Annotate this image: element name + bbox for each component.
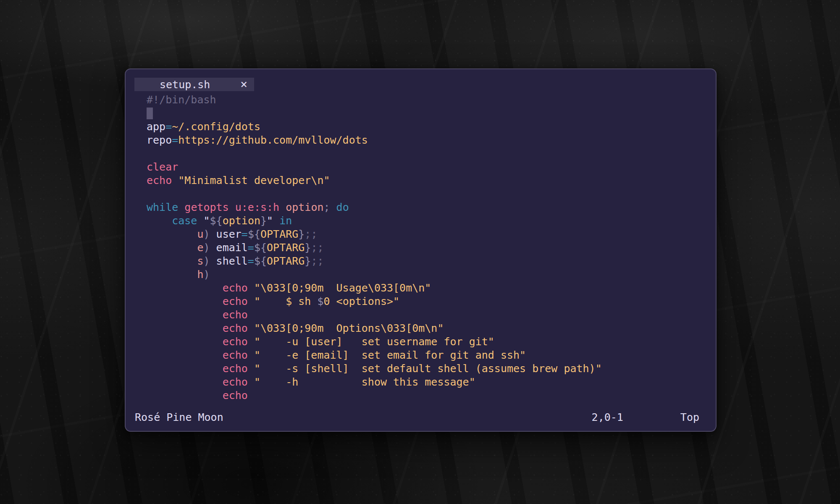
code-line: clear: [147, 160, 716, 174]
code-line: echo " -s [shell] set default shell (ass…: [147, 362, 716, 375]
code-line: echo " $ sh $0 <options>": [147, 295, 716, 308]
cursor: [147, 108, 153, 119]
tab-setup-sh[interactable]: setup.sh ×: [134, 78, 254, 91]
tab-title: setup.sh: [160, 79, 210, 91]
tabline: setup.sh ×: [126, 78, 716, 91]
code-editor[interactable]: #!/bin/bashapp=~/.config/dotsrepo=https:…: [126, 93, 716, 402]
code-line: echo " -u [user] set username for git": [147, 335, 716, 349]
statusline: Rosé Pine Moon 2,0-1 Top: [126, 411, 716, 424]
code-line: case "${option}" in: [147, 214, 716, 228]
statusline-ruler: 2,0-1: [592, 411, 623, 424]
close-icon[interactable]: ×: [240, 79, 247, 90]
code-line: s) shell=${OPTARG};;: [147, 255, 716, 268]
code-line: #!/bin/bash: [147, 93, 716, 107]
editor-window: setup.sh × #!/bin/bashapp=~/.config/dots…: [125, 68, 717, 432]
code-line: echo "Minimalist developer\n": [147, 174, 716, 187]
code-line: repo=https://github.com/mvllow/dots: [147, 134, 716, 147]
code-line: h): [147, 268, 716, 281]
code-line: [147, 187, 716, 201]
code-line: [147, 107, 716, 120]
code-line: echo "\033[0;90m Usage\033[0m\n": [147, 281, 716, 295]
code-line: e) email=${OPTARG};;: [147, 241, 716, 255]
code-line: app=~/.config/dots: [147, 120, 716, 134]
statusline-theme-name: Rosé Pine Moon: [135, 411, 592, 424]
code-line: echo: [147, 389, 716, 402]
code-line: echo: [147, 308, 716, 322]
code-line: echo "\033[0;90m Options\033[0m\n": [147, 322, 716, 335]
code-line: [147, 147, 716, 160]
code-line: while getopts u:e:s:h option; do: [147, 201, 716, 214]
statusline-scroll-position: Top: [680, 411, 699, 424]
code-line: u) user=${OPTARG};;: [147, 228, 716, 241]
code-line: echo " -e [email] set email for git and …: [147, 349, 716, 362]
code-line: echo " -h show this message": [147, 375, 716, 389]
